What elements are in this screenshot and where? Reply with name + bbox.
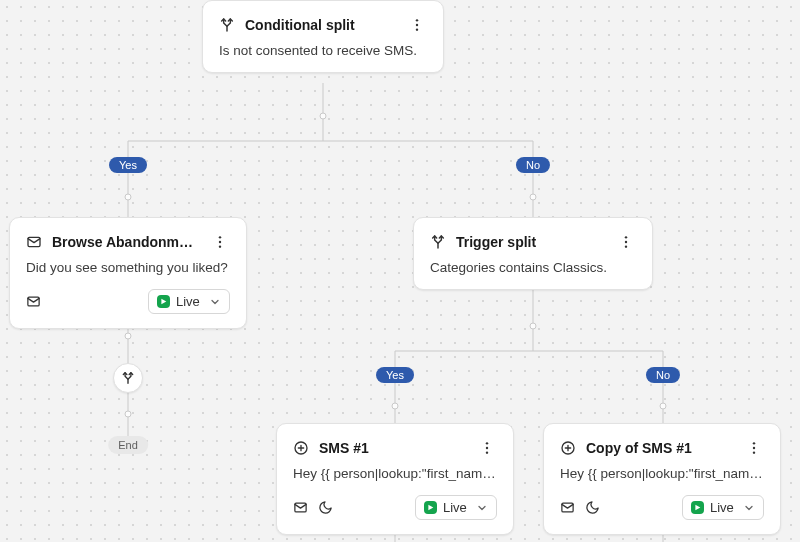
node-email[interactable]: Browse Abandonment: Email... Did you see…	[9, 217, 247, 329]
node-sms-1[interactable]: SMS #1 Hey {{ person|lookup:"first_name"…	[276, 423, 514, 535]
card-title: Copy of SMS #1	[586, 440, 734, 456]
mail-icon	[560, 500, 575, 515]
card-title: SMS #1	[319, 440, 467, 456]
chevron-down-icon	[743, 502, 755, 514]
svg-point-0	[416, 19, 418, 21]
connector	[128, 141, 129, 217]
svg-point-1	[416, 24, 418, 26]
node-trigger-split[interactable]: Trigger split Categories contains Classi…	[413, 217, 653, 290]
svg-point-9	[625, 241, 627, 243]
more-vertical-icon	[618, 234, 634, 250]
sms-icon	[293, 440, 309, 456]
node-conditional-split[interactable]: Conditional split Is not consented to re…	[202, 0, 444, 73]
play-icon	[424, 501, 437, 514]
connector-node	[530, 194, 537, 201]
status-label: Live	[176, 294, 200, 309]
svg-point-18	[753, 447, 755, 449]
quiet-hours-icon	[585, 500, 600, 515]
connector-node	[320, 113, 327, 120]
card-title: Conditional split	[245, 17, 397, 33]
connector	[533, 285, 534, 351]
svg-point-13	[486, 447, 488, 449]
connector	[395, 351, 396, 423]
connector-node	[125, 411, 132, 418]
branch-pill-no: No	[516, 157, 550, 173]
card-description: Is not consented to receive SMS.	[219, 43, 427, 58]
split-icon	[219, 17, 235, 33]
connector	[128, 141, 533, 142]
connector	[395, 351, 663, 352]
connector-node	[125, 194, 132, 201]
svg-point-10	[625, 245, 627, 247]
more-vertical-icon	[409, 17, 425, 33]
card-more-button[interactable]	[477, 438, 497, 458]
svg-point-12	[486, 442, 488, 444]
svg-point-5	[219, 241, 221, 243]
card-more-button[interactable]	[616, 232, 636, 252]
svg-point-19	[753, 451, 755, 453]
branch-pill-yes: Yes	[109, 157, 147, 173]
card-title: Trigger split	[456, 234, 606, 250]
more-vertical-icon	[212, 234, 228, 250]
split-icon	[430, 234, 446, 250]
play-icon	[691, 501, 704, 514]
flow-canvas[interactable]: Yes No Yes No End Conditional split Is n…	[0, 0, 800, 542]
end-pill: End	[108, 436, 148, 454]
connector	[533, 141, 534, 217]
card-description: Categories contains Classics.	[430, 260, 636, 275]
card-description: Did you see something you liked?	[26, 260, 230, 275]
svg-point-4	[219, 236, 221, 238]
svg-point-6	[219, 245, 221, 247]
connector-node	[392, 403, 399, 410]
status-label: Live	[443, 500, 467, 515]
play-icon	[157, 295, 170, 308]
status-selector[interactable]: Live	[148, 289, 230, 314]
status-selector[interactable]: Live	[415, 495, 497, 520]
quiet-hours-icon	[318, 500, 333, 515]
node-sms-2[interactable]: Copy of SMS #1 Hey {{ person|lookup:"fir…	[543, 423, 781, 535]
more-vertical-icon	[479, 440, 495, 456]
svg-point-2	[416, 28, 418, 30]
mail-icon	[26, 234, 42, 250]
mail-icon	[293, 500, 308, 515]
connector-node	[660, 403, 667, 410]
card-more-button[interactable]	[407, 15, 427, 35]
sms-icon	[560, 440, 576, 456]
chevron-down-icon	[209, 296, 221, 308]
connector	[663, 351, 664, 423]
svg-point-17	[753, 442, 755, 444]
connector-node	[125, 333, 132, 340]
card-more-button[interactable]	[210, 232, 230, 252]
card-description: Hey {{ person|lookup:"first_name"|defaul…	[560, 466, 764, 481]
mail-icon	[26, 294, 41, 309]
status-label: Live	[710, 500, 734, 515]
split-node[interactable]	[113, 363, 143, 393]
split-icon	[121, 371, 135, 385]
card-more-button[interactable]	[744, 438, 764, 458]
card-description: Hey {{ person|lookup:"first_name"|defaul…	[293, 466, 497, 481]
card-title: Browse Abandonment: Email...	[52, 234, 200, 250]
status-selector[interactable]: Live	[682, 495, 764, 520]
chevron-down-icon	[476, 502, 488, 514]
more-vertical-icon	[746, 440, 762, 456]
branch-pill-no: No	[646, 367, 680, 383]
connector-node	[530, 323, 537, 330]
branch-pill-yes: Yes	[376, 367, 414, 383]
svg-point-8	[625, 236, 627, 238]
svg-point-14	[486, 451, 488, 453]
